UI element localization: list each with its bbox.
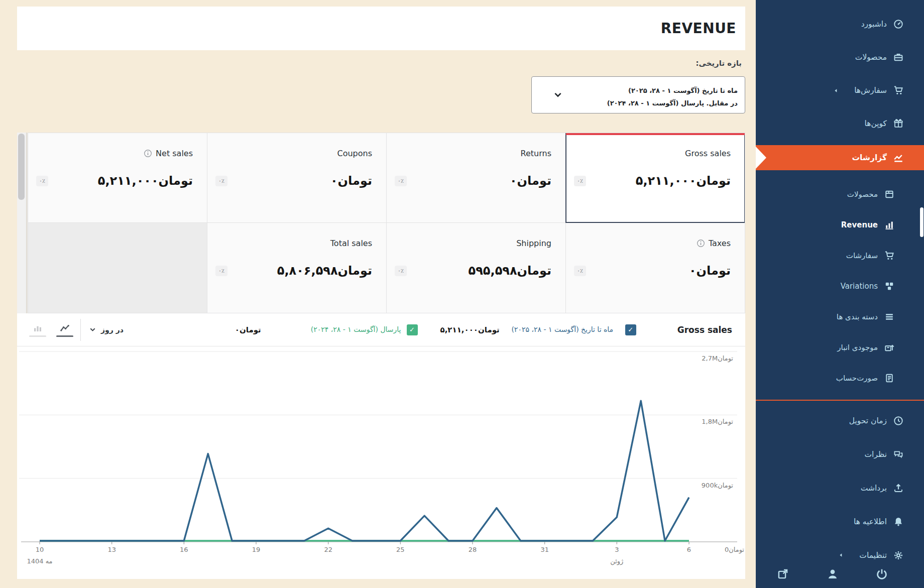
sidebar-item-label: زمان تحویل: [849, 416, 887, 425]
sidebar-scrollbar-thumb[interactable]: [920, 207, 923, 237]
divider: [80, 319, 81, 341]
sidebar-item-categories[interactable]: دسته بندی ها: [756, 301, 924, 332]
sidebar-item-products[interactable]: محصولات: [756, 41, 924, 74]
sidebar-item-label: Variations: [841, 282, 878, 291]
sidebar-item-dashboard[interactable]: داشبورد: [756, 8, 924, 41]
sidebar-item-report-products[interactable]: محصولات: [756, 179, 924, 209]
cards-scrollbar-thumb[interactable]: [18, 134, 25, 200]
card-net-sales[interactable]: Net sales تومان۵,۲۱۱,۰۰۰۰٪: [28, 133, 207, 223]
summary-cards: Gross sales تومان۵,۲۱۱,۰۰۰۰٪ Returns توم…: [17, 133, 745, 313]
sidebar-item-stock[interactable]: موجودی انبار: [756, 332, 924, 363]
chart-bar-icon: [884, 220, 894, 230]
x-axis-label: 3: [602, 546, 632, 553]
chart-type-toggle: [29, 323, 73, 337]
y-axis-label: تومان2,7M: [702, 355, 733, 362]
y-axis-label: تومان900k: [702, 482, 733, 489]
x-axis-label: 16: [169, 546, 199, 553]
checkbox-checked[interactable]: ✓: [625, 324, 636, 335]
card-taxes[interactable]: Taxes تومان۰۰٪: [565, 223, 745, 313]
card-label: Coupons: [337, 149, 372, 158]
card-shipping[interactable]: Shipping تومان۵۹۵,۵۹۸۰٪: [386, 223, 565, 313]
checkbox-checked[interactable]: ✓: [407, 324, 418, 335]
gauge-icon: [893, 19, 903, 29]
upload-icon: [893, 483, 903, 493]
cart-icon: [893, 85, 903, 95]
inventory-icon: [884, 342, 894, 352]
legend-series-current[interactable]: ✓ ماه تا تاریخ (آگوست ۱ - ۲۸، ۲۰۲۵) توما…: [440, 324, 636, 335]
bar-chart-icon: [31, 323, 44, 333]
sidebar-item-coupons[interactable]: کوپن‌ها: [756, 107, 924, 140]
current-period-line: [40, 401, 689, 541]
sidebar-item-label: نظرات: [865, 450, 887, 459]
list-icon: [884, 312, 894, 322]
sidebar-item-label: سفارشات: [846, 251, 878, 260]
bar-chart-toggle[interactable]: [29, 323, 46, 337]
sidebar-item-label: محصولات: [855, 53, 887, 62]
sidebar-item-label: گزارشات: [852, 153, 887, 162]
sidebar-item-label: اطلاعیه ها: [854, 517, 887, 526]
x-axis-label: 22: [313, 546, 343, 553]
change-badge: ۰٪: [395, 176, 407, 186]
change-badge: ۰٪: [574, 266, 586, 276]
sidebar-item-variations[interactable]: Variations: [756, 271, 924, 301]
footer-logout-button[interactable]: [876, 568, 888, 580]
interval-select[interactable]: در روز: [89, 326, 124, 334]
sidebar-item-orders[interactable]: سفارش‌ها: [756, 74, 924, 107]
comments-icon: [893, 449, 903, 459]
card-label: Gross sales: [685, 149, 731, 158]
change-badge: ۰٪: [36, 176, 48, 186]
admin-sidebar: داشبوردمحصولاتسفارش‌هاکوپن‌هاگزارشاتمحصو…: [756, 0, 924, 588]
page-header: REVENUE: [17, 7, 745, 50]
tri-left-icon: [833, 88, 839, 93]
clock-icon: [893, 416, 903, 426]
date-range-dropdown[interactable]: ماه تا تاریخ (آگوست ۱ - ۲۸، ۲۰۲۵) در مقا…: [531, 76, 745, 113]
sidebar-divider: [756, 400, 924, 401]
sidebar-item-invoices[interactable]: صورت‌حساب: [756, 363, 924, 393]
cards-scrollbar[interactable]: [17, 133, 27, 313]
card-label: Net sales: [156, 149, 193, 158]
chart-legend-row: Gross sales ✓ ماه تا تاریخ (آگوست ۱ - ۲۸…: [17, 313, 745, 346]
x-axis-label: 31: [530, 546, 560, 553]
footer-visit-site-button[interactable]: [777, 568, 789, 580]
sidebar-item-notices[interactable]: اطلاعیه ها: [756, 505, 924, 538]
main-content: REVENUE بازه تاریخی: ماه تا تاریخ (آگوست…: [17, 7, 745, 579]
info-icon[interactable]: [144, 149, 152, 158]
chart-canvas: [17, 346, 745, 579]
y-axis-label: تومان0: [725, 546, 744, 553]
card-value: تومان۵,۲۱۱,۰۰۰: [636, 174, 731, 188]
sidebar-item-label: تنظیمات: [859, 551, 887, 560]
line-chart-toggle[interactable]: [56, 323, 73, 337]
change-badge: ۰٪: [574, 176, 586, 186]
x-axis-label: 25: [385, 546, 415, 553]
sidebar-item-comments[interactable]: نظرات: [756, 437, 924, 471]
card-gross-sales[interactable]: Gross sales تومان۵,۲۱۱,۰۰۰۰٪: [565, 133, 745, 223]
info-icon[interactable]: [697, 239, 705, 248]
sidebar-item-delivery-time[interactable]: زمان تحویل: [756, 404, 924, 437]
change-badge: ۰٪: [395, 266, 407, 276]
sidebar-item-report-orders[interactable]: سفارشات: [756, 240, 924, 271]
change-badge: ۰٪: [215, 266, 227, 276]
x-axis-label: 6: [674, 546, 704, 553]
legend-series-value: تومان۰: [235, 325, 261, 334]
revenue-chart: تومان0تومان900kتومان1,8Mتومان2,7M10مه 14…: [17, 346, 745, 579]
line-chart-icon: [58, 323, 71, 333]
x-axis-label: 19: [241, 546, 271, 553]
sidebar-item-label: دسته بندی ها: [837, 312, 878, 321]
cart-icon: [884, 251, 894, 261]
legend-series-previous[interactable]: ✓ پارسال (آگوست ۱ - ۲۸، ۲۰۲۴) تومان۰: [235, 324, 418, 335]
card-value: تومان۵,۸۰۶,۵۹۸: [277, 264, 372, 278]
footer-profile-button[interactable]: [827, 568, 839, 580]
x-axis-label: 28: [457, 546, 488, 553]
card-coupons[interactable]: Coupons تومان۰۰٪: [207, 133, 386, 223]
summary-cards-grid: Gross sales تومان۵,۲۱۱,۰۰۰۰٪ Returns توم…: [27, 133, 745, 313]
card-label: Total sales: [330, 239, 372, 248]
card-label: Returns: [521, 149, 551, 158]
sidebar-item-revenue[interactable]: Revenue: [756, 209, 924, 240]
chart-title: Gross sales: [677, 325, 732, 335]
sidebar-item-withdraw[interactable]: برداشت: [756, 471, 924, 505]
card-returns[interactable]: Returns تومان۰۰٪: [386, 133, 565, 223]
x-axis-label: 10: [25, 546, 55, 553]
x-axis-label: ژوئن: [594, 557, 639, 565]
card-total-sales[interactable]: Total sales تومان۵,۸۰۶,۵۹۸۰٪: [207, 223, 386, 313]
sidebar-item-reports[interactable]: گزارشات: [756, 145, 924, 170]
